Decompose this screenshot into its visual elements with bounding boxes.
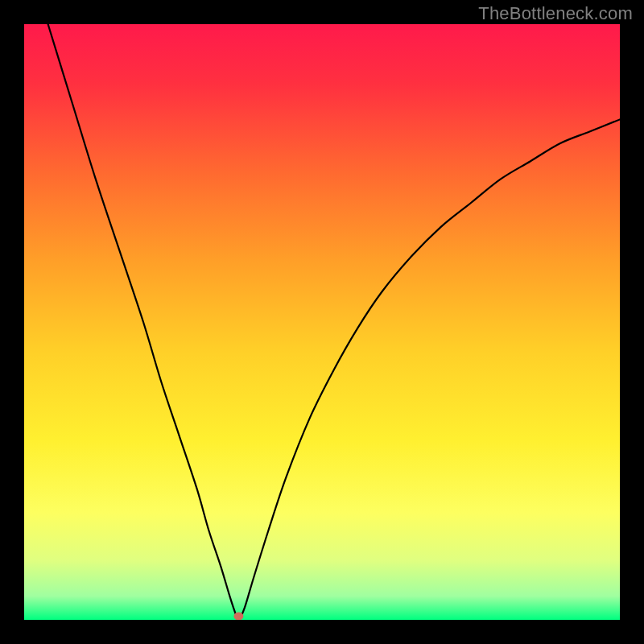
chart-frame: TheBottleneck.com xyxy=(0,0,644,644)
gradient-background xyxy=(24,24,620,620)
plot-area xyxy=(24,24,620,620)
watermark-text: TheBottleneck.com xyxy=(478,3,633,24)
chart-svg xyxy=(24,24,620,620)
